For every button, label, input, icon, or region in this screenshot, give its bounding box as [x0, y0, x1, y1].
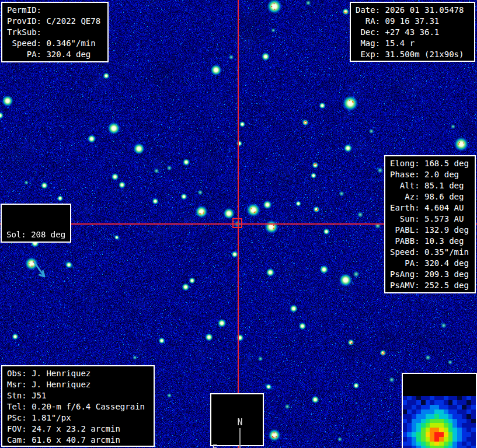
field-value: 0.20-m f/6.4 Cassegrain — [27, 402, 145, 411]
info-row-pabb: PABB10.3 deg — [390, 236, 470, 247]
info-row-speed: Speed0.35"/min — [390, 247, 470, 258]
target-zoom-thumbnail — [403, 396, 476, 448]
field-value: 10.3 deg — [420, 236, 464, 246]
field-value: 31.500m (21x90s) — [380, 50, 464, 59]
field-value: 5.573 AU — [420, 214, 464, 223]
field-label: ProvID — [7, 16, 41, 27]
field-label: RA — [356, 16, 380, 27]
field-label: Speed — [390, 247, 420, 258]
info-row-alt: Alt85.1 deg — [390, 180, 470, 191]
sol-angle-label: Sol: 208 deg — [6, 229, 65, 240]
field-value — [41, 27, 46, 37]
info-row-earth: Earth4.604 AU — [390, 202, 470, 214]
field-label: TrkSub — [7, 27, 41, 38]
field-value: C/2022 QE78 — [41, 16, 100, 26]
field-value: 4.604 AU — [420, 203, 464, 212]
field-value: J51 — [27, 391, 47, 400]
sun-direction-arrow-icon — [17, 261, 75, 284]
info-row-stn: StnJ51 — [7, 390, 149, 401]
target-id-panel: PermIDProvIDC/2022 QE78TrkSubSpeed0.346"… — [1, 2, 109, 62]
info-row-pa: PA320.4 deg — [7, 49, 103, 60]
field-label: Alt — [390, 180, 420, 191]
info-row-exp: Exp31.500m (21x90s) — [356, 49, 469, 60]
info-row-sun: Sun5.573 AU — [390, 214, 470, 225]
info-row-date: Date2026 01 31.05478 — [356, 5, 469, 16]
info-row-pa: PA320.4 deg — [390, 258, 470, 269]
field-label: Phase — [390, 169, 420, 180]
target-marker-box — [232, 218, 242, 228]
info-row-psang: PsAng209.3 deg — [390, 269, 470, 280]
info-row-msr: MsrJ. Henriquez — [7, 379, 149, 390]
info-row-trksub: TrkSub — [7, 27, 103, 38]
field-label: Date — [356, 5, 380, 16]
field-label: Dec — [356, 27, 380, 38]
info-row-pabl: PABL132.9 deg — [390, 225, 470, 236]
field-value: 2.0 deg — [420, 170, 459, 179]
field-label: PsAMV — [390, 280, 420, 291]
field-label: Stn — [7, 390, 27, 401]
field-value: 252.5 deg — [420, 281, 469, 290]
info-row-psc: PSc1.81"/px — [7, 412, 149, 424]
field-value: 0.346"/min — [41, 38, 96, 48]
field-label: Exp — [356, 49, 380, 60]
field-value: 320.4 deg — [41, 50, 90, 59]
field-value: 0.35"/min — [420, 247, 469, 257]
field-label: Speed — [7, 38, 41, 49]
compass-east-label: E — [212, 443, 217, 448]
field-label: PsAng — [390, 269, 420, 280]
compass-north-label: N — [237, 417, 242, 428]
field-value: 132.9 deg — [420, 225, 469, 235]
field-label: Az — [390, 191, 420, 202]
field-label: PABL — [390, 225, 420, 236]
fits-image-viewport: PermIDProvIDC/2022 QE78TrkSubSpeed0.346"… — [0, 0, 477, 448]
field-label: PA — [7, 49, 41, 60]
date-coordinates-panel: Date2026 01 31.05478RA09 16 37.31Dec+27 … — [350, 2, 475, 62]
info-row-mag: Mag15.4 r — [356, 38, 469, 49]
field-label: Msr — [7, 379, 27, 390]
field-label: PA — [390, 258, 420, 269]
field-label: Cam — [7, 435, 27, 446]
compass-panel: N E — [210, 393, 264, 446]
info-row-speed: Speed0.346"/min — [7, 38, 103, 49]
field-value: 168.5 deg — [420, 159, 469, 168]
field-value: 320.4 deg — [420, 258, 469, 268]
field-value: J. Henriquez — [27, 369, 91, 378]
field-label: PermID — [7, 5, 41, 16]
info-row-tel: Tel0.20-m f/6.4 Cassegrain — [7, 401, 149, 412]
field-label: Obs — [7, 368, 27, 379]
observer-telescope-panel: ObsJ. HenriquezMsrJ. HenriquezStnJ51Tel0… — [1, 365, 155, 447]
field-label: Tel — [7, 401, 27, 412]
zoom-thumbnail-panel — [402, 373, 477, 448]
info-row-az: Az98.6 deg — [390, 191, 470, 202]
field-value: +27 43 36.1 — [380, 27, 439, 37]
field-value: 2026 01 31.05478 — [380, 5, 464, 15]
info-row-fov: FOV24.7 x 23.2 arcmin — [7, 424, 149, 435]
field-value: J. Henriquez — [27, 380, 91, 389]
info-row-obs: ObsJ. Henriquez — [7, 368, 149, 379]
field-label: FOV — [7, 424, 27, 435]
field-value: 09 16 37.31 — [380, 16, 439, 26]
info-row-dec: Dec+27 43 36.1 — [356, 27, 469, 38]
info-row-permid: PermID — [7, 5, 103, 16]
field-value: 24.7 x 23.2 arcmin — [27, 424, 120, 433]
field-value: 98.6 deg — [420, 192, 464, 201]
info-row-cam: Cam61.6 x 40.7 arcmin — [7, 435, 149, 446]
field-label: Mag — [356, 38, 380, 49]
info-row-provid: ProvIDC/2022 QE78 — [7, 16, 103, 27]
info-row-phase: Phase2.0 deg — [390, 169, 470, 180]
field-label: PABB — [390, 236, 420, 247]
info-row-ra: RA09 16 37.31 — [356, 16, 469, 27]
ephemeris-panel: Elong168.5 degPhase2.0 degAlt85.1 degAz9… — [384, 155, 476, 293]
field-label: Sun — [390, 214, 420, 225]
field-value: 61.6 x 40.7 arcmin — [27, 435, 120, 444]
info-row-elong: Elong168.5 deg — [390, 158, 470, 169]
field-value: 209.3 deg — [420, 270, 469, 279]
field-label: PSc — [7, 412, 27, 424]
info-row-psamv: PsAMV252.5 deg — [390, 280, 470, 291]
field-label: Elong — [390, 158, 420, 169]
field-value: 15.4 r — [380, 38, 415, 48]
field-value — [41, 5, 46, 15]
field-value: 85.1 deg — [420, 181, 464, 190]
field-label: Earth — [390, 202, 420, 214]
field-value: 1.81"/px — [27, 413, 71, 422]
